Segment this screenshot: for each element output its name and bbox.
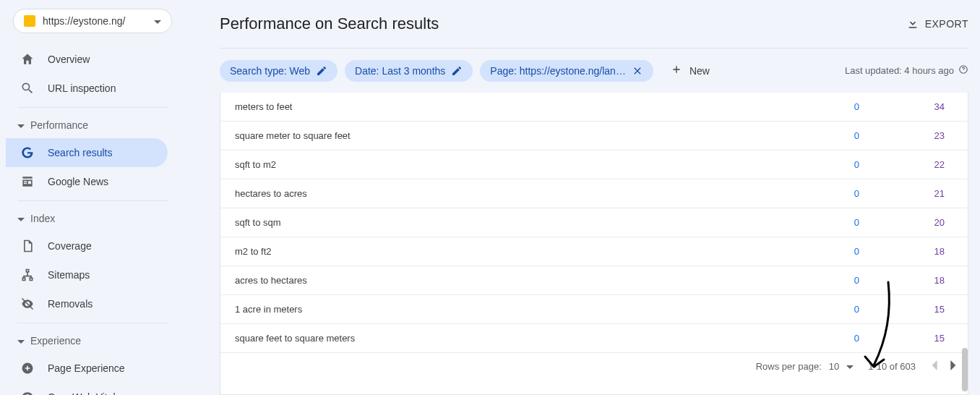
- sidebar-section-experience[interactable]: Experience: [6, 328, 179, 354]
- table-row[interactable]: sqft to m2 0 22: [220, 150, 968, 179]
- clicks-cell: 0: [765, 275, 859, 286]
- sidebar-item-google-news[interactable]: Google News: [6, 167, 168, 196]
- chevron-down-icon: [154, 15, 161, 27]
- sidebar-item-url-inspection[interactable]: URL inspection: [6, 74, 168, 103]
- impressions-cell: 18: [859, 275, 953, 286]
- pager: [930, 360, 958, 373]
- filters-row: Search type: Web Date: Last 3 months Pag…: [220, 48, 968, 93]
- chevron-down-icon: [17, 213, 25, 224]
- pagination-range: 1-10 of 603: [868, 361, 916, 372]
- table-row[interactable]: sqft to sqm 0 20: [220, 208, 968, 237]
- sidebar-item-page-experience[interactable]: Page Experience: [6, 354, 168, 383]
- site-favicon: [24, 15, 35, 27]
- table-row[interactable]: acres to hectares 0 18: [220, 266, 968, 295]
- queries-table: meters to feet 0 34 square meter to squa…: [220, 93, 968, 395]
- impressions-cell: 34: [859, 101, 953, 112]
- sidebar-item-label: Page Experience: [48, 362, 125, 374]
- rows-per-page[interactable]: Rows per page: 10: [756, 361, 854, 372]
- impressions-cell: 23: [859, 130, 953, 141]
- news-icon: [20, 174, 35, 189]
- table-row[interactable]: m2 to ft2 0 18: [220, 237, 968, 266]
- query-cell: square meter to square feet: [235, 130, 765, 141]
- last-updated: Last updated: 4 hours ago: [845, 64, 968, 77]
- plus-icon: [671, 64, 682, 77]
- table-row[interactable]: hectares to acres 0 21: [220, 179, 968, 208]
- impressions-cell: 21: [859, 188, 953, 199]
- chevron-down-icon: [17, 335, 25, 347]
- sidebar-item-label: Coverage: [48, 240, 92, 252]
- search-icon: [20, 81, 35, 95]
- site-url: https://eystone.ng/: [43, 15, 147, 27]
- filter-chip-date[interactable]: Date: Last 3 months: [345, 60, 473, 82]
- scrollbar-thumb[interactable]: [962, 348, 968, 391]
- impressions-cell: 15: [859, 304, 953, 315]
- filter-chip-search-type[interactable]: Search type: Web: [220, 60, 338, 82]
- query-cell: acres to hectares: [235, 275, 765, 286]
- table-row[interactable]: 1 acre in meters 0 15: [220, 295, 968, 324]
- sidebar-item-core-web-vitals[interactable]: Core Web Vitals: [6, 383, 168, 395]
- last-updated-text: Last updated: 4 hours ago: [845, 65, 954, 76]
- sidebar-section-index[interactable]: Index: [6, 205, 179, 232]
- impressions-cell: 15: [859, 333, 953, 344]
- chip-label: Page: https://eystone.ng/lan…: [490, 65, 626, 77]
- impressions-cell: 20: [859, 217, 953, 228]
- sidebar-section-label: Experience: [30, 335, 81, 347]
- sidebar-separator: [17, 107, 168, 108]
- chevron-down-icon: [17, 119, 25, 131]
- circle-plus-icon: [20, 361, 35, 375]
- sidebar-item-removals[interactable]: Removals: [6, 289, 168, 318]
- clicks-cell: 0: [765, 217, 859, 228]
- impressions-cell: 22: [859, 159, 953, 170]
- pencil-icon: [451, 65, 463, 77]
- table-footer: Rows per page: 10 1-10 of 603: [220, 353, 968, 380]
- site-selector[interactable]: https://eystone.ng/: [13, 9, 172, 33]
- query-cell: meters to feet: [235, 101, 765, 112]
- scrollbar[interactable]: [962, 93, 968, 394]
- sidebar-item-label: Search results: [48, 147, 112, 158]
- clicks-cell: 0: [765, 159, 859, 170]
- sitemaps-icon: [20, 268, 35, 282]
- google-icon: [20, 145, 35, 160]
- add-filter-button[interactable]: New: [661, 59, 720, 82]
- sidebar-item-label: Core Web Vitals: [48, 391, 121, 395]
- query-cell: 1 acre in meters: [235, 304, 765, 315]
- chip-label: Date: Last 3 months: [355, 65, 445, 77]
- sidebar-section-performance[interactable]: Performance: [6, 112, 179, 138]
- close-icon[interactable]: [632, 65, 643, 77]
- clicks-cell: 0: [765, 188, 859, 199]
- download-icon: [906, 17, 919, 32]
- sidebar-separator: [17, 200, 168, 201]
- sidebar-item-label: Google News: [48, 176, 108, 187]
- sidebar-item-sitemaps[interactable]: Sitemaps: [6, 260, 168, 289]
- sidebar-item-search-results[interactable]: Search results: [6, 138, 168, 167]
- sidebar: https://eystone.ng/ Overview URL inspect…: [0, 0, 185, 395]
- export-button[interactable]: EXPORT: [906, 17, 968, 32]
- coverage-icon: [20, 239, 35, 253]
- clicks-cell: 0: [765, 246, 859, 257]
- main-content: Performance on Search results EXPORT Sea…: [185, 0, 980, 395]
- query-cell: square feet to square meters: [235, 333, 765, 344]
- clicks-cell: 0: [765, 130, 859, 141]
- pencil-icon: [316, 65, 327, 77]
- speed-icon: [20, 390, 35, 395]
- home-icon: [20, 52, 35, 67]
- impressions-cell: 18: [859, 246, 953, 257]
- query-cell: sqft to m2: [235, 159, 765, 170]
- removals-icon: [20, 297, 35, 311]
- sidebar-item-label: Overview: [48, 54, 90, 65]
- table-row[interactable]: meters to feet 0 34: [220, 93, 968, 122]
- sidebar-item-overview[interactable]: Overview: [6, 45, 168, 74]
- rows-per-page-label: Rows per page:: [756, 361, 822, 372]
- sidebar-section-label: Performance: [30, 119, 88, 131]
- next-page-button[interactable]: [950, 360, 958, 373]
- sidebar-item-label: URL inspection: [48, 82, 116, 94]
- help-icon[interactable]: [958, 64, 968, 77]
- sidebar-item-label: Removals: [48, 298, 93, 310]
- query-cell: m2 to ft2: [235, 246, 765, 257]
- sidebar-item-coverage[interactable]: Coverage: [6, 232, 168, 260]
- clicks-cell: 0: [765, 333, 859, 344]
- filter-chip-page[interactable]: Page: https://eystone.ng/lan…: [480, 60, 653, 82]
- table-row[interactable]: square meter to square feet 0 23: [220, 122, 968, 150]
- table-row[interactable]: square feet to square meters 0 15: [220, 324, 968, 353]
- prev-page-button[interactable]: [930, 360, 937, 373]
